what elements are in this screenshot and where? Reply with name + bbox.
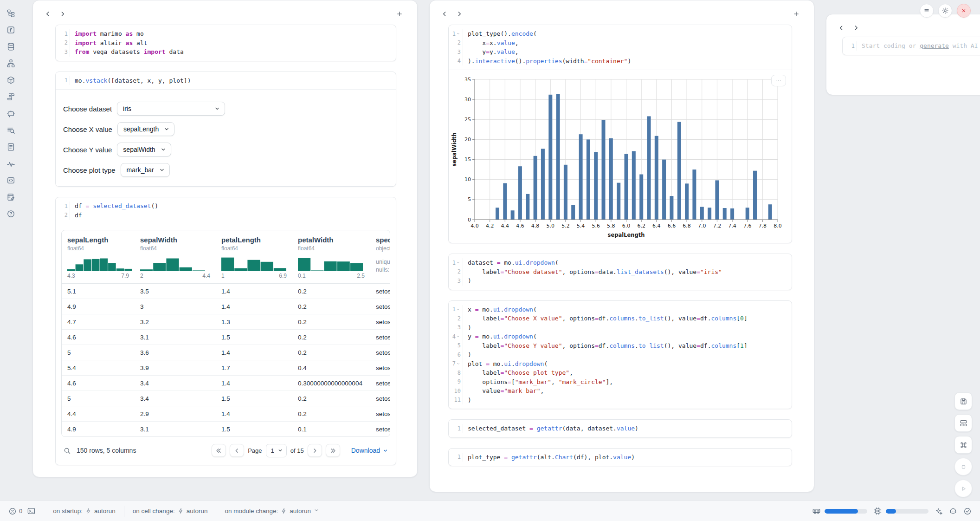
rail-button-documentation[interactable] bbox=[4, 140, 18, 153]
rail-button-snippets[interactable] bbox=[4, 174, 18, 187]
table-row: 5.43.91.70.4setosa bbox=[62, 360, 390, 376]
table-cell: 0.2 bbox=[292, 334, 370, 341]
interrupt-button[interactable] bbox=[954, 458, 972, 475]
code-editor[interactable]: 1Start coding or generate with AI bbox=[843, 37, 980, 55]
column-histogram-chart bbox=[221, 256, 286, 271]
fold-chevron-icon[interactable] bbox=[456, 307, 461, 312]
table-row: 4.73.21.30.2setosa bbox=[62, 314, 390, 330]
column-header-petallength[interactable]: petalLengthfloat6416.9 bbox=[216, 236, 292, 279]
code-editor[interactable]: 1import marimo as mo2import altair as al… bbox=[56, 25, 396, 61]
code-line: 10 value="mark_bar", bbox=[449, 386, 792, 396]
toggle-layout-button[interactable] bbox=[954, 414, 972, 432]
chevron-left-icon bbox=[44, 10, 52, 18]
rail-button-help[interactable] bbox=[4, 207, 18, 220]
panel-prev-button[interactable] bbox=[438, 8, 451, 20]
column-histogram bbox=[221, 256, 287, 271]
line-number: 1 bbox=[851, 43, 855, 49]
code-line: 2df bbox=[56, 211, 396, 220]
column-name: sepalLength bbox=[67, 236, 129, 244]
line-number: 1 bbox=[64, 203, 68, 209]
panel-next-button[interactable] bbox=[56, 8, 69, 20]
svg-text:25: 25 bbox=[464, 117, 471, 123]
last-page-button[interactable] bbox=[326, 444, 340, 457]
previous-page-button[interactable] bbox=[230, 444, 244, 457]
add-cell-button[interactable] bbox=[790, 8, 803, 20]
rail-button-chat[interactable] bbox=[4, 107, 18, 120]
close-button[interactable] bbox=[957, 4, 971, 18]
code-editor[interactable]: 1x = mo.ui.dropdown(2 label="Choose X va… bbox=[449, 301, 792, 409]
choose-plot-type-select[interactable]: mark_bar bbox=[121, 163, 170, 177]
svg-text:4.0: 4.0 bbox=[471, 223, 479, 229]
code-line: 1Start coding or generate with AI bbox=[843, 41, 980, 51]
download-button[interactable]: Download bbox=[351, 447, 388, 454]
terminal-button[interactable] bbox=[27, 507, 36, 515]
code-editor[interactable]: 1df = selected_dataset()2df bbox=[56, 197, 396, 224]
panel-prev-button[interactable] bbox=[41, 8, 54, 20]
dropdown-row: Choose datasetiris bbox=[63, 102, 388, 116]
check-circle-button[interactable] bbox=[963, 507, 972, 515]
sparkles-button[interactable] bbox=[935, 507, 943, 515]
search-button[interactable] bbox=[63, 447, 71, 455]
dropdown-label: Choose dataset bbox=[63, 105, 112, 113]
keyboard-shortcuts-button[interactable] bbox=[954, 436, 972, 454]
hist-min-label: 0.1 bbox=[298, 273, 306, 279]
column-header-sepallength[interactable]: sepalLengthfloat644.37.9 bbox=[62, 236, 135, 279]
code-editor[interactable]: 1selected_dataset = getattr(data, datase… bbox=[449, 420, 792, 437]
panel-next-button[interactable] bbox=[850, 22, 863, 34]
table-cell: 3.6 bbox=[135, 349, 216, 356]
gear-button[interactable] bbox=[938, 4, 952, 18]
code-cell: 1dataset = mo.ui.dropdown(2 label="Choos… bbox=[448, 254, 792, 290]
first-page-button[interactable] bbox=[212, 444, 226, 457]
copilot-button[interactable] bbox=[949, 507, 957, 515]
choose-x-value-select[interactable]: sepalLength bbox=[117, 122, 174, 136]
line-number: 2 bbox=[458, 315, 461, 322]
column-header-species[interactable]: speciesobjectunique:nulls: bbox=[370, 236, 390, 279]
rail-button-file-tree[interactable] bbox=[4, 7, 18, 20]
page-number-select[interactable]: 1 bbox=[266, 444, 287, 457]
chart-actions-button[interactable] bbox=[771, 75, 786, 86]
rail-button-functions[interactable] bbox=[4, 23, 18, 36]
svg-text:6.0: 6.0 bbox=[622, 223, 631, 229]
hist-max-label: 4.4 bbox=[202, 273, 210, 279]
runtime-config-on-cell-change-[interactable]: on cell change:autorun bbox=[133, 508, 208, 514]
choose-dataset-select[interactable]: iris bbox=[117, 102, 225, 116]
code-line: 1selected_dataset = getattr(data, datase… bbox=[449, 424, 792, 433]
table-cell: setosa bbox=[370, 334, 390, 341]
rail-button-packages[interactable] bbox=[4, 73, 18, 86]
column-histogram-chart bbox=[298, 256, 363, 271]
column-header-sepalwidth[interactable]: sepalWidthfloat6424.4 bbox=[135, 236, 216, 279]
rail-button-dependencies[interactable] bbox=[4, 57, 18, 70]
choose-y-value-select[interactable]: sepalWidth bbox=[117, 143, 171, 156]
altair-bar-chart[interactable]: 4.04.24.44.64.85.05.25.45.65.86.06.26.46… bbox=[450, 74, 783, 240]
code-editor[interactable]: 1mo.vstack([dataset, x, y, plot]) bbox=[56, 72, 396, 90]
chevron-down-icon bbox=[277, 448, 283, 453]
dropdown-row: Choose plot typemark_bar bbox=[63, 163, 388, 177]
save-button[interactable] bbox=[954, 392, 972, 410]
errors-button[interactable]: 0 bbox=[8, 507, 22, 515]
rail-button-logs[interactable] bbox=[4, 90, 18, 103]
code-editor[interactable]: 1plot_type = getattr(alt.Chart(df), plot… bbox=[449, 449, 792, 466]
menu-button[interactable] bbox=[920, 4, 934, 18]
column-name: species bbox=[376, 236, 390, 244]
code-line: 6) bbox=[449, 350, 792, 359]
fold-chevron-icon[interactable] bbox=[456, 260, 461, 265]
panel-prev-button[interactable] bbox=[835, 22, 848, 34]
fold-chevron-icon[interactable] bbox=[456, 334, 461, 339]
next-page-button[interactable] bbox=[308, 444, 322, 457]
code-editor[interactable]: 1plot_type().encode(2 x=x.value,3 y=y.va… bbox=[449, 25, 792, 70]
rail-button-scratchpad[interactable] bbox=[4, 190, 18, 203]
panel-next-button[interactable] bbox=[453, 8, 466, 20]
runtime-config-on-module-change-[interactable]: on module change:autorun bbox=[225, 508, 319, 514]
add-cell-button[interactable] bbox=[393, 8, 406, 20]
rail-button-datasources[interactable] bbox=[4, 40, 18, 53]
fold-chevron-icon[interactable] bbox=[456, 361, 461, 366]
run-all-button[interactable] bbox=[954, 480, 972, 497]
rail-button-search-list[interactable] bbox=[4, 124, 18, 137]
rail-button-tracing[interactable] bbox=[4, 157, 18, 170]
code-editor[interactable]: 1dataset = mo.ui.dropdown(2 label="Choos… bbox=[449, 254, 792, 290]
column-header-petalwidth[interactable]: petalWidthfloat640.12.5 bbox=[292, 236, 370, 279]
fold-chevron-icon[interactable] bbox=[456, 32, 461, 36]
chat-icon bbox=[6, 109, 15, 118]
table-cell: 1.4 bbox=[216, 380, 292, 387]
runtime-config-on-startup-[interactable]: on startup:autorun bbox=[53, 508, 116, 514]
